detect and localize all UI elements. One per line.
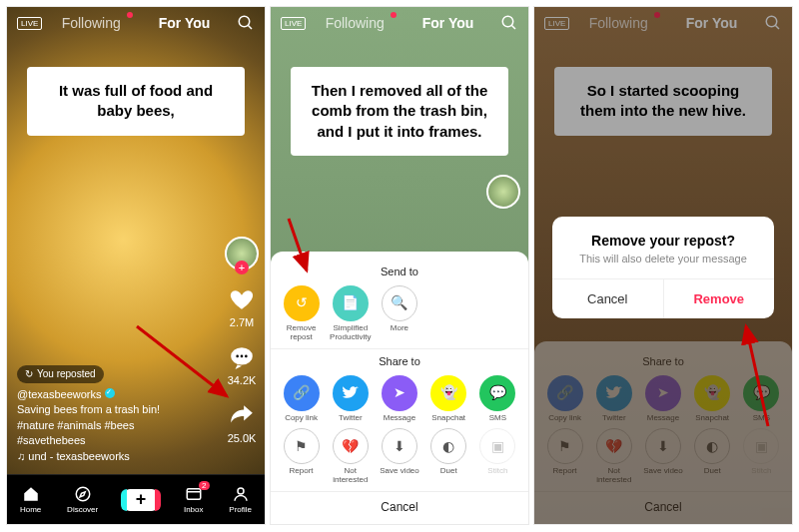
video-description: Saving bees from a trash bin! #nature #a…: [17, 402, 177, 448]
live-badge[interactable]: LIVE: [281, 17, 306, 30]
notification-dot: [127, 12, 133, 18]
live-badge[interactable]: LIVE: [17, 17, 42, 30]
sound-label[interactable]: ♫ und - texasbeeworks: [17, 449, 177, 464]
comment-count: 34.2K: [228, 374, 257, 386]
nav-home[interactable]: Home: [20, 485, 41, 514]
chat-icon: 💬: [479, 375, 515, 411]
remove-repost-button[interactable]: ↺Remove repost: [278, 285, 326, 342]
screenshot-pane-1: LIVE Following For You It was full of fo…: [6, 6, 266, 525]
share-twitter-button[interactable]: Twitter: [327, 375, 375, 423]
remove-repost-dialog: Remove your repost? This will also delet…: [552, 217, 774, 318]
username[interactable]: @texasbeeworks: [17, 387, 177, 402]
tab-for-you[interactable]: For You: [159, 15, 211, 31]
duet-button[interactable]: ◐Duet: [424, 428, 472, 485]
report-button[interactable]: ⚑Report: [278, 428, 326, 485]
inbox-badge: 2: [199, 481, 209, 490]
send-to-contact[interactable]: 📄Simplified Productivity: [327, 285, 375, 342]
stitch-button[interactable]: ▣Stitch: [473, 428, 521, 485]
svg-point-8: [238, 488, 244, 494]
verified-icon: [105, 388, 115, 398]
bottom-nav: Home Discover + 2Inbox Profile: [7, 474, 265, 524]
dialog-cancel-button[interactable]: Cancel: [552, 279, 664, 318]
search-icon[interactable]: [500, 14, 518, 32]
share-message-button[interactable]: ➤Message: [376, 375, 423, 423]
top-tabs: LIVE Following For You: [271, 15, 528, 31]
svg-line-10: [511, 25, 515, 29]
like-button[interactable]: 2.7M: [227, 284, 257, 328]
screenshot-pane-2: LIVE Following For You Then I removed al…: [270, 6, 529, 525]
save-video-button[interactable]: ⬇Save video: [376, 428, 423, 485]
search-icon[interactable]: [237, 14, 255, 32]
link-icon: 🔗: [284, 375, 320, 411]
not-interested-button[interactable]: 💔Not interested: [327, 428, 375, 485]
nav-discover[interactable]: Discover: [67, 485, 98, 514]
creator-avatar[interactable]: [486, 175, 520, 209]
svg-point-5: [245, 355, 248, 358]
nav-create[interactable]: +: [124, 489, 158, 511]
flag-icon: ⚑: [284, 428, 320, 464]
creator-avatar[interactable]: +: [225, 237, 259, 270]
share-sheet: Send to ↺Remove repost 📄Simplified Produ…: [271, 252, 528, 524]
cancel-button[interactable]: Cancel: [271, 491, 528, 516]
reposted-pill: ↻You reposted: [17, 365, 104, 383]
snapchat-icon: 👻: [430, 375, 466, 411]
tab-for-you[interactable]: For You: [422, 15, 474, 31]
svg-rect-7: [187, 489, 201, 500]
video-caption-overlay: Then I removed all of the comb from the …: [291, 67, 508, 156]
svg-point-3: [236, 355, 239, 358]
follow-plus-icon[interactable]: +: [235, 261, 249, 274]
svg-point-4: [241, 355, 244, 358]
action-rail: + 2.7M 34.2K 25.0K: [225, 237, 259, 444]
dialog-body: This will also delete your message: [552, 253, 774, 278]
dialog-title: Remove your repost?: [552, 217, 774, 253]
svg-point-0: [239, 16, 250, 27]
share-count: 25.0K: [228, 432, 257, 444]
share-sms-button[interactable]: 💬SMS: [473, 375, 521, 423]
svg-point-9: [502, 16, 513, 27]
comment-button[interactable]: 34.2K: [227, 342, 257, 386]
svg-point-6: [76, 487, 90, 501]
broken-heart-icon: 💔: [333, 428, 369, 464]
nav-inbox[interactable]: 2Inbox: [184, 485, 204, 514]
tab-following[interactable]: Following: [326, 15, 385, 31]
video-meta: ↻You reposted @texasbeeworks Saving bees…: [17, 365, 177, 464]
send-to-heading: Send to: [277, 266, 522, 277]
nav-profile[interactable]: Profile: [229, 485, 252, 514]
send-icon: ➤: [382, 375, 417, 411]
tab-following[interactable]: Following: [62, 15, 121, 31]
copy-link-button[interactable]: 🔗Copy link: [278, 375, 326, 423]
search-icon: 🔍: [382, 285, 417, 321]
duet-icon: ◐: [430, 428, 466, 464]
screenshot-pane-3: LIVE Following For You So I started scoo…: [533, 6, 793, 525]
share-to-heading: Share to: [277, 355, 522, 367]
dialog-remove-button[interactable]: Remove: [664, 279, 775, 318]
repost-arrows-icon: ↺: [284, 285, 320, 321]
video-caption-overlay: It was full of food and baby bees,: [27, 67, 245, 136]
note-icon: 📄: [333, 285, 369, 321]
share-snapchat-button[interactable]: 👻Snapchat: [424, 375, 472, 423]
download-icon: ⬇: [382, 428, 417, 464]
like-count: 2.7M: [230, 316, 254, 328]
twitter-icon: [333, 375, 369, 411]
more-button[interactable]: 🔍More: [376, 285, 423, 342]
stitch-icon: ▣: [479, 428, 515, 464]
notification-dot: [391, 12, 397, 18]
share-button[interactable]: 25.0K: [227, 400, 257, 444]
top-tabs: LIVE Following For You: [7, 15, 265, 31]
svg-line-1: [248, 25, 252, 29]
